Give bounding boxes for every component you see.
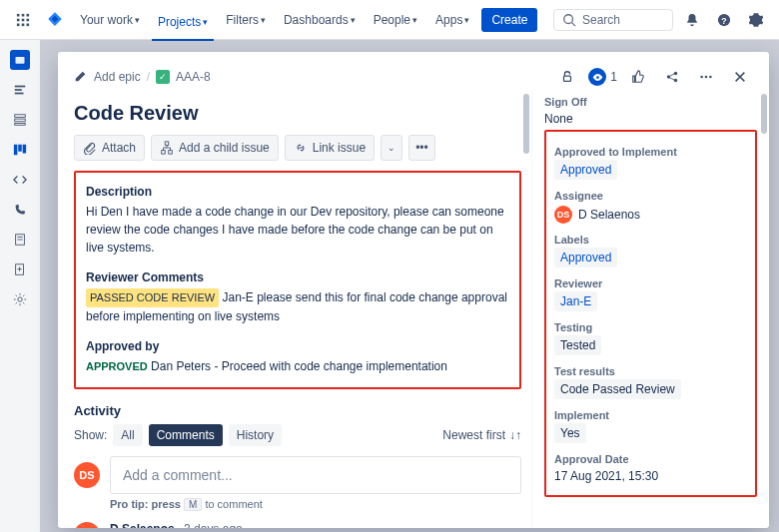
eye-icon	[588, 68, 606, 86]
child-issue-icon	[160, 141, 174, 155]
svg-rect-21	[18, 145, 22, 152]
activity-heading: Activity	[74, 403, 521, 418]
testing-value[interactable]: Tested	[554, 335, 601, 355]
rail-roadmap-icon[interactable]	[10, 80, 30, 100]
passed-review-tag: PASSED CODE REVIEW	[86, 288, 219, 307]
labels-value[interactable]: Approved	[554, 248, 617, 267]
close-icon[interactable]	[727, 64, 753, 90]
nav-dashboards[interactable]: Dashboards▾	[278, 9, 362, 31]
nav-apps[interactable]: Apps▾	[429, 9, 475, 31]
svg-point-31	[674, 79, 678, 83]
rail-oncall-icon[interactable]	[10, 200, 30, 220]
settings-icon[interactable]	[743, 7, 769, 33]
more-actions-icon[interactable]	[693, 64, 719, 90]
lock-icon[interactable]	[554, 64, 580, 90]
pencil-icon	[74, 69, 88, 86]
scrollbar[interactable]	[523, 94, 529, 154]
approval-date-label: Approval Date	[554, 453, 747, 465]
jira-logo-icon[interactable]	[42, 7, 68, 33]
notifications-icon[interactable]	[679, 7, 705, 33]
svg-rect-14	[15, 86, 26, 88]
svg-point-32	[700, 76, 703, 79]
left-sidebar	[0, 40, 40, 532]
more-icon: •••	[415, 141, 428, 155]
tab-all[interactable]: All	[113, 424, 142, 446]
add-epic-link[interactable]: Add epic	[94, 70, 141, 84]
approved-to-implement-value[interactable]: Approved	[554, 160, 617, 180]
svg-rect-16	[15, 93, 24, 95]
approved-to-implement-label: Approved to Implement	[554, 146, 747, 158]
nav-people[interactable]: People▾	[368, 9, 423, 31]
implement-label: Implement	[554, 409, 747, 421]
rail-add-icon[interactable]	[10, 260, 30, 279]
reviewer-value[interactable]: Jan-E	[554, 291, 597, 311]
svg-rect-2	[27, 13, 30, 16]
svg-text:?: ?	[721, 15, 726, 25]
nav-projects[interactable]: Projects▾	[152, 11, 214, 41]
approved-by-text[interactable]: APPROVED Dan Peters - Proceed with code …	[86, 357, 509, 375]
approved-tag: APPROVED	[86, 360, 148, 372]
modal-header: Add epic / ✓ AAA-8 1	[58, 52, 769, 90]
search-input[interactable]: Search	[553, 9, 673, 31]
scrollbar[interactable]	[761, 94, 767, 134]
rail-settings-icon[interactable]	[10, 289, 30, 309]
breadcrumb-separator: /	[147, 70, 150, 84]
test-results-value[interactable]: Code Passed Review	[554, 379, 681, 399]
rail-pages-icon[interactable]	[10, 230, 30, 250]
issue-title[interactable]: Code Review	[74, 102, 521, 125]
implement-value[interactable]: Yes	[554, 423, 586, 443]
comment-item: DS D Selaenos 3 days ago Thanks Dan now …	[74, 522, 521, 529]
watch-button[interactable]: 1	[588, 68, 617, 86]
attach-button[interactable]: Attach	[74, 135, 145, 161]
assignee-value[interactable]: DS D Selaenos	[554, 206, 747, 224]
header-actions: 1	[554, 64, 753, 90]
nav-label: Your work	[80, 13, 133, 27]
chevron-down-icon: ▾	[261, 15, 266, 25]
nav-your-work[interactable]: Your work▾	[74, 9, 146, 31]
tab-history[interactable]: History	[229, 424, 282, 446]
project-icon[interactable]	[10, 50, 30, 70]
link-issue-dropdown[interactable]: ⌄	[381, 135, 402, 161]
signoff-value[interactable]: None	[544, 110, 757, 128]
nav-label: Filters	[226, 13, 259, 27]
avatar: DS	[74, 522, 100, 529]
svg-point-27	[18, 297, 22, 301]
share-icon[interactable]	[659, 64, 685, 90]
link-issue-button[interactable]: Link issue	[285, 135, 375, 161]
svg-rect-22	[23, 145, 27, 154]
tab-comments[interactable]: Comments	[149, 424, 223, 446]
issue-type-icon: ✓	[156, 70, 170, 84]
rail-backlog-icon[interactable]	[10, 110, 30, 130]
issue-toolbar: Attach Add a child issue Link issue ⌄ ••…	[74, 135, 521, 161]
svg-rect-6	[17, 23, 20, 26]
link-icon	[294, 141, 308, 155]
chevron-down-icon: ▾	[351, 15, 356, 25]
comment-author[interactable]: D Selaenos	[110, 522, 175, 529]
issue-key-link[interactable]: AAA-8	[176, 70, 211, 84]
protip-text: Pro tip: press M to comment	[110, 498, 521, 510]
comment-input[interactable]: Add a comment...	[110, 456, 521, 494]
svg-rect-28	[564, 76, 571, 81]
breadcrumb: Add epic / ✓ AAA-8	[74, 69, 546, 86]
description-text[interactable]: Hi Den I have made a code change in our …	[86, 203, 509, 257]
top-nav: Your work▾ Projects▾ Filters▾ Dashboards…	[0, 0, 779, 40]
reviewer-comments-text[interactable]: PASSED CODE REVIEW Jan-E please send thi…	[86, 288, 509, 325]
help-icon[interactable]: ?	[711, 7, 737, 33]
toolbar-more-button[interactable]: •••	[408, 135, 435, 161]
svg-rect-15	[15, 89, 22, 91]
add-child-button[interactable]: Add a child issue	[151, 135, 279, 161]
app-switcher-icon[interactable]	[10, 7, 36, 33]
like-icon[interactable]	[625, 64, 651, 90]
svg-rect-8	[27, 23, 30, 26]
avatar: DS	[74, 462, 100, 488]
svg-line-10	[572, 22, 576, 26]
reviewer-comments-label: Reviewer Comments	[86, 270, 509, 284]
create-button[interactable]: Create	[481, 8, 537, 32]
nav-filters[interactable]: Filters▾	[220, 9, 272, 31]
rail-code-icon[interactable]	[10, 170, 30, 190]
rail-board-icon[interactable]	[10, 140, 30, 160]
paperclip-icon	[83, 141, 97, 155]
svg-rect-7	[22, 23, 25, 26]
sort-newest-button[interactable]: Newest first↓↑	[442, 428, 521, 442]
approval-date-value[interactable]: 17 Aug 2021, 15:30	[554, 467, 747, 485]
